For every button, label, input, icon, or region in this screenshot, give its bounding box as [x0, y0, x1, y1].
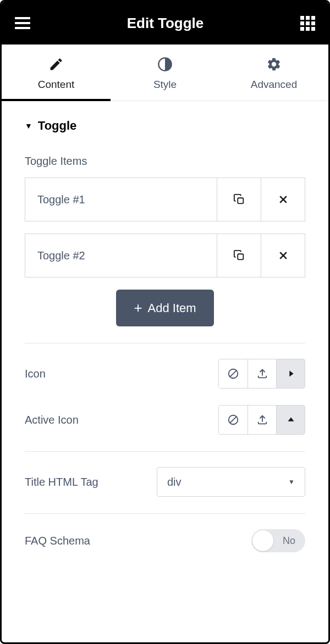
toggle-item-title[interactable]: Toggle #1: [25, 178, 217, 221]
duplicate-button[interactable]: [217, 178, 261, 221]
icon-none-button[interactable]: [219, 359, 248, 388]
duplicate-button[interactable]: [217, 234, 261, 277]
contrast-icon: [157, 57, 173, 72]
tab-label: Content: [38, 79, 75, 91]
close-icon: [278, 194, 289, 205]
add-item-button[interactable]: + Add Item: [116, 290, 213, 326]
icon-picker: [218, 359, 305, 388]
copy-icon: [233, 249, 245, 262]
remove-button[interactable]: [261, 234, 305, 277]
toggle-item[interactable]: Toggle #2: [25, 234, 305, 277]
tab-label: Style: [153, 79, 177, 91]
pencil-icon: [48, 57, 64, 72]
icon-none-button[interactable]: [219, 406, 248, 434]
panel-title: Edit Toggle: [127, 15, 204, 32]
active-icon-picker: [218, 405, 305, 435]
faq-schema-label: FAQ Schema: [25, 535, 90, 547]
chevron-down-icon: ▼: [25, 121, 32, 130]
caret-right-icon: [285, 368, 297, 380]
title-tag-label: Title HTML Tag: [25, 476, 98, 488]
tabs: Content Style Advanced: [2, 45, 328, 101]
icon-upload-button[interactable]: [248, 359, 276, 388]
svg-line-11: [230, 417, 237, 423]
switch-value: No: [283, 535, 295, 547]
icon-upload-button[interactable]: [248, 406, 276, 434]
section-title: Toggle: [38, 119, 76, 133]
tab-content[interactable]: Content: [2, 45, 111, 101]
plus-icon: +: [134, 299, 142, 317]
gear-icon: [266, 57, 282, 72]
section-toggle-header[interactable]: ▼ Toggle: [25, 119, 305, 133]
tab-advanced[interactable]: Advanced: [219, 45, 328, 101]
divider: [25, 343, 305, 343]
toggle-items-label: Toggle Items: [25, 155, 305, 168]
divider: [25, 513, 305, 514]
upload-icon: [256, 414, 268, 426]
add-item-label: Add Item: [148, 301, 196, 315]
close-icon: [278, 250, 289, 261]
switch-knob: [252, 530, 273, 551]
copy-icon: [233, 193, 245, 206]
svg-rect-1: [238, 198, 243, 203]
ban-icon: [227, 414, 239, 426]
svg-rect-4: [238, 254, 243, 259]
apps-button[interactable]: [300, 16, 315, 31]
icon-label: Icon: [25, 368, 46, 380]
menu-button[interactable]: [15, 17, 30, 29]
toggle-item[interactable]: Toggle #1: [25, 177, 305, 221]
icon-library-button[interactable]: [276, 406, 305, 434]
divider: [25, 451, 305, 452]
chevron-down-icon: ▼: [288, 478, 295, 486]
faq-schema-switch[interactable]: No: [251, 529, 305, 552]
active-icon-label: Active Icon: [25, 414, 79, 426]
title-tag-value: div: [167, 476, 182, 488]
icon-library-button[interactable]: [276, 359, 305, 388]
title-tag-select[interactable]: div ▼: [157, 467, 305, 497]
caret-up-icon: [285, 414, 297, 426]
svg-line-8: [230, 370, 237, 377]
toggle-item-title[interactable]: Toggle #2: [25, 234, 217, 277]
ban-icon: [227, 368, 239, 380]
upload-icon: [256, 368, 268, 380]
tab-style[interactable]: Style: [111, 45, 219, 101]
tab-label: Advanced: [251, 79, 298, 91]
remove-button[interactable]: [261, 178, 305, 221]
